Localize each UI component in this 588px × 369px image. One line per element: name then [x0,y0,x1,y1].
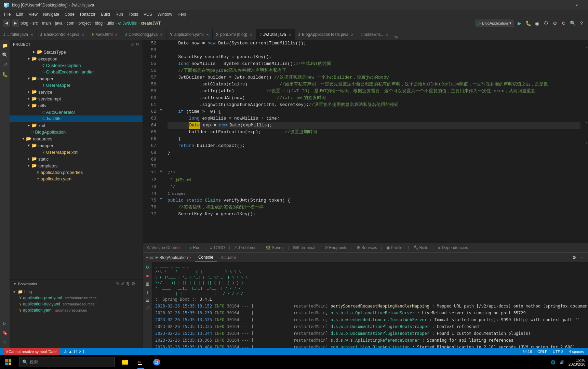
bc-java[interactable]: java [55,21,63,26]
start-button[interactable] [0,355,16,369]
menu-build[interactable]: Build [98,11,113,17]
tab-close-7[interactable]: ✕ [351,33,353,37]
menu-window[interactable]: Window [155,11,175,17]
tree-item-resources[interactable]: ▼ 📂 resources [10,135,143,142]
taskbar-search-box[interactable]: 🔍 搜索 [19,357,115,367]
git-button[interactable]: ⎇ [1,60,9,69]
tab-1[interactable]: J BaseController.java ✕ [37,29,89,40]
tray-network[interactable]: 🌐 [549,360,557,365]
menu-refactor[interactable]: Refactor [77,11,98,17]
bc-project[interactable]: project [78,21,91,26]
minimize-button[interactable]: ─ [537,0,553,10]
tree-item-globalexception[interactable]: C GlobalExceptionHandler [10,69,143,75]
tray-volume[interactable]: 🔊 [558,360,566,365]
explorer-button[interactable]: 📁 [1,41,9,50]
tree-item-statustype[interactable]: ▶ 📂 StatusType [10,49,143,55]
bm-item-1[interactable]: Y application-dev.yaml src/main/resource… [10,301,143,307]
menu-file[interactable]: File [1,11,13,17]
console-stop-button[interactable]: ■ [144,272,151,279]
update-icon[interactable]: ↻ [560,19,567,27]
run-app-name[interactable]: BlogApplication [160,255,188,260]
tab-close-6[interactable]: ✕ [289,33,291,37]
tree-item-mapper[interactable]: ▼ 📂 mapper [10,75,143,82]
bc-blog2[interactable]: blog [95,21,103,26]
bc-main[interactable]: main [42,21,51,26]
tab-7[interactable]: J BlogApplicationTests.java ✕ [295,29,358,40]
status-encoding[interactable]: UTF-8 [551,350,565,354]
bm-item-0[interactable]: Y application-prod.yaml src/main/resourc… [10,295,143,301]
bnav-dependencies[interactable]: ◈ Dependencies [435,244,471,251]
settings-icon[interactable]: ⚙ [551,19,559,27]
taskbar-clock[interactable]: 15:36 2023/2/26 [569,358,588,366]
structure-button[interactable]: ≣ [1,338,9,346]
search-icon[interactable]: 🔍 [569,19,576,27]
console-wrap-button[interactable]: ⏎ [144,305,151,312]
run-close-icon[interactable]: ✕ [189,255,191,260]
tab-8[interactable]: J BaseEnt... ✕ [357,29,392,40]
tree-item-serviceimpl[interactable]: ▶ 📂 serviceImpl [10,95,143,102]
status-linesep[interactable]: CRLF [536,350,549,354]
tab-close-0[interactable]: ✕ [30,33,33,37]
tab-4[interactable]: Y application.yaml ✕ [166,29,212,40]
console-restart-button[interactable]: ↻ [144,264,151,271]
bnav-todo[interactable]: ≡ TODO [207,244,227,251]
run-side-button[interactable]: ▷ [1,319,9,327]
tree-item-xml[interactable]: ▶ 📂 xml [10,122,143,129]
tab-5[interactable]: X pom.xml (blog) ✕ [213,29,256,40]
bottom-tab-actuator[interactable]: Actuator [217,254,240,261]
menu-help[interactable]: Help [175,11,189,17]
tree-item-usermapperxml[interactable]: X UserMapper.xml [10,149,143,155]
bm-edit-icon[interactable]: ✐ [121,281,125,286]
tree-item-usermapper[interactable]: I UserMapper [10,82,143,88]
taskbar-app-explorer[interactable] [118,355,133,369]
debug-button[interactable]: 🐛 [524,19,532,27]
bnav-profiler[interactable]: ◉ Profiler [384,244,406,251]
bnav-terminal[interactable]: ⌨ Terminal [290,244,318,251]
bnav-problems[interactable]: ⚠ Problems [231,244,259,251]
taskbar-app-chrome[interactable] [149,355,164,369]
search-button[interactable]: 🔍 [1,51,9,59]
editor-content[interactable]: 52 53 54 55 56 57 58 59 60 61 62 63 64 6… [143,40,588,243]
debug-side-button[interactable]: 🐛 [1,70,9,78]
fold-arrow-62[interactable]: ▼ [160,108,162,112]
bottom-collapse-button[interactable]: – [578,254,585,261]
tab-close-3[interactable]: ✕ [160,33,163,37]
tree-item-jwtutils[interactable]: C JwtUtils [10,115,143,122]
tree-item-customexception[interactable]: C CustomException [10,62,143,69]
bm-group-blog[interactable]: ▼ 📁 blog [10,289,143,295]
bc-src[interactable]: src [32,21,38,26]
status-warnings[interactable]: ⚠ ▲ 14 ✕ 1 [63,350,86,354]
sidebar-settings-icon[interactable]: ⚙ [136,42,139,46]
menu-edit[interactable]: Edit [13,11,26,17]
bnav-build[interactable]: 🔨 Build [411,244,431,251]
bm-collapse-icon[interactable]: – [137,281,139,286]
tree-item-utils[interactable]: ▼ 📂 utils [10,102,143,109]
right-gutter[interactable] [583,40,588,243]
status-cursor[interactable]: 64:16 [521,350,534,354]
bnav-endpoints[interactable]: ⊕ Endpoints [322,244,350,251]
menu-run[interactable]: Run [113,11,126,17]
maximize-button[interactable]: □ [553,0,569,10]
coverage-button[interactable]: ◉ [533,19,541,27]
bm-item-2[interactable]: Y application.yaml src/main/resources [10,307,143,313]
bnav-services[interactable]: ⚙ Services [354,244,380,251]
tree-item-autogenerator[interactable]: C AutoGenerator [10,109,143,115]
tab-2[interactable]: H web.html ✕ [88,29,121,40]
tab-close-1[interactable]: ✕ [82,33,84,37]
bc-jwtu[interactable]: ⊙ JwtUtils [118,21,137,26]
profile-button[interactable]: ⏱ [542,19,550,27]
tab-3[interactable]: J CorsConfig.java ✕ [121,29,166,40]
bm-sort-icon[interactable]: ⇅ [126,281,130,286]
status-indent[interactable]: 4 spaces [567,350,585,354]
help-icon[interactable]: ? [578,19,585,27]
menu-code[interactable]: Code [62,11,77,17]
code-editor[interactable]: Date now = new Date(System.currentTimeMi… [165,40,583,243]
tab-close-8[interactable]: ✕ [386,33,388,37]
bc-com[interactable]: com [67,21,75,26]
tree-item-appyaml[interactable]: Y application.yaml [10,176,143,182]
forward-button[interactable]: ▶ [12,19,19,27]
tree-item-templates[interactable]: ▶ 📂 templates [10,162,143,169]
bc-utils[interactable]: utils [107,21,114,26]
tree-item-static[interactable]: ▶ 📂 static [10,155,143,162]
back-button[interactable]: ◀ [3,19,10,27]
